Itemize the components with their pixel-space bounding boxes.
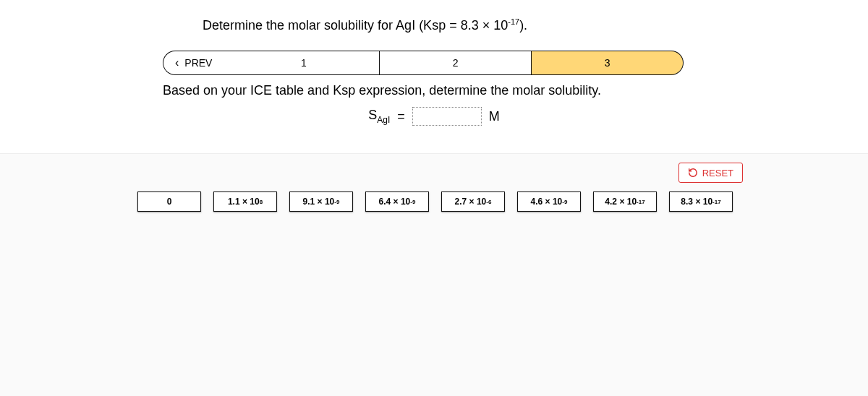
question-text: Determine the molar solubility for AgI (… [203,17,527,33]
step-2[interactable]: 2 [380,51,532,75]
reset-button[interactable]: RESET [678,163,743,183]
answer-tile[interactable]: 8.3 × 10-17 [669,191,733,212]
answer-tile[interactable]: 4.6 × 10-9 [517,191,581,212]
answer-tile[interactable]: 2.7 × 10-6 [441,191,505,212]
answer-tile[interactable]: 9.1 × 10-9 [289,191,353,212]
reset-icon [688,168,698,178]
equation-lhs: SAgI [368,108,390,125]
step-1[interactable]: 1 [228,51,380,75]
step-nav: ‹ PREV 1 2 3 [163,51,684,75]
step-3[interactable]: 3 [532,51,684,75]
instruction-text: Based on your ICE table and Ksp expressi… [163,83,601,98]
prev-label: PREV [184,57,212,69]
equation-unit: M [489,109,500,124]
answer-tile[interactable]: 1.1 × 108 [213,191,277,212]
answer-tiles: 0 1.1 × 108 9.1 × 10-9 6.4 × 10-9 2.7 × … [137,191,733,212]
reset-label: RESET [702,168,733,178]
answer-area: RESET 0 1.1 × 108 9.1 × 10-9 6.4 × 10-9 … [0,153,868,396]
chevron-left-icon: ‹ [175,57,179,69]
equation-row: SAgI = M [0,107,868,126]
answer-dropzone[interactable] [412,107,482,126]
prev-button[interactable]: ‹ PREV [163,51,228,75]
answer-tile[interactable]: 6.4 × 10-9 [365,191,429,212]
answer-tile[interactable]: 4.2 × 10-17 [593,191,657,212]
equation-equals: = [397,109,405,124]
answer-tile[interactable]: 0 [137,191,201,212]
